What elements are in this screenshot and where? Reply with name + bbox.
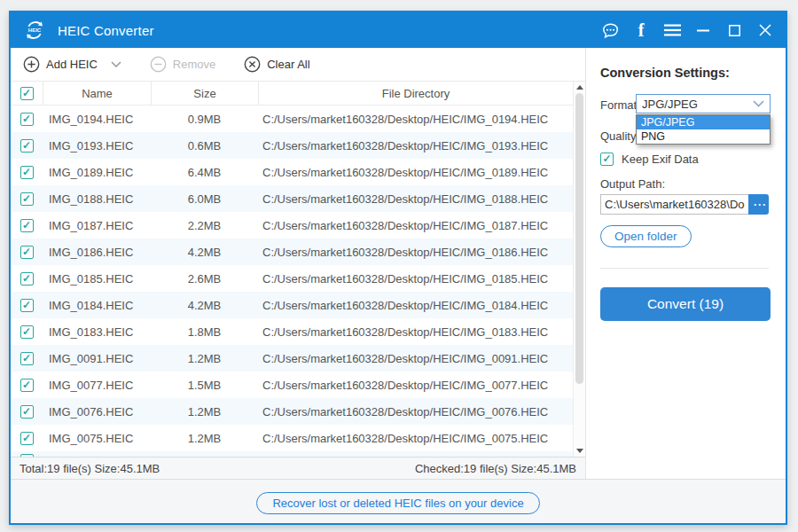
select-chevron-icon (753, 100, 764, 107)
column-header-name[interactable]: Name (43, 82, 151, 105)
file-name: IMG_0076.HEIC (43, 405, 151, 419)
file-size: 1.2MB (151, 405, 258, 419)
file-path: C:/Users/market160328/Desktop/HEIC/IMG_0… (258, 432, 585, 445)
file-path: C:/Users/market160328/Desktop/HEIC/IMG_0… (258, 139, 585, 153)
table-row[interactable]: ✓ IMG_0184.HEIC 4.2MB C:/Users/market160… (11, 292, 585, 318)
remove-label: Remove (173, 58, 215, 71)
convert-button[interactable]: Convert (19) (600, 287, 771, 321)
main-area: Add HEIC Remove (11, 48, 786, 479)
row-checkbox[interactable]: ✓ (20, 139, 34, 153)
file-path: C:/Users/market160328/Desktop/HEIC/IMG_0… (258, 272, 585, 286)
file-path: C:/Users/market160328/Desktop/HEIC/IMG_0… (258, 113, 585, 126)
add-heic-button[interactable]: Add HEIC (23, 56, 121, 73)
window-title: HEIC Converter (58, 23, 154, 38)
file-size: 1.2MB (151, 352, 258, 365)
file-path: C:/Users/market160328/Desktop/HEIC/IMG_0… (258, 299, 585, 312)
open-folder-button[interactable]: Open folder (600, 225, 692, 247)
row-checkbox[interactable]: ✓ (20, 219, 34, 232)
file-name: IMG_0077.HEIC (43, 379, 151, 392)
add-icon (23, 56, 40, 73)
table-row[interactable]: ✓ IMG_0183.HEIC 1.8MB C:/Users/market160… (11, 318, 585, 345)
table-row-partial (11, 451, 585, 457)
row-checkbox[interactable]: ✓ (20, 299, 34, 312)
table-row[interactable]: ✓ IMG_0186.HEIC 4.2MB C:/Users/market160… (11, 239, 585, 265)
feedback-icon[interactable] (600, 20, 620, 40)
file-list-section: Add HEIC Remove (11, 48, 585, 479)
conversion-settings-panel: Conversion Settings: Format: JPG/JPEG JP… (585, 48, 786, 479)
file-size: 4.2MB (151, 299, 258, 312)
column-header-size[interactable]: Size (151, 82, 258, 105)
row-checkbox[interactable]: ✓ (20, 405, 34, 419)
remove-button[interactable]: Remove (150, 56, 215, 73)
row-checkbox[interactable]: ✓ (20, 246, 34, 259)
vertical-scrollbar[interactable] (573, 82, 585, 457)
keep-exif-label: Keep Exif Data (622, 153, 699, 166)
table-body: ✓ IMG_0194.HEIC 0.9MB C:/Users/market160… (11, 106, 585, 451)
add-heic-label: Add HEIC (46, 58, 98, 71)
column-header-directory[interactable]: File Directory (258, 82, 585, 105)
titlebar-actions: f (600, 20, 775, 40)
app-window: HEIC HEIC Converter f (9, 11, 787, 525)
file-path: C:/Users/market160328/Desktop/HEIC/IMG_0… (258, 325, 585, 339)
row-checkbox[interactable]: ✓ (20, 113, 34, 126)
file-path: C:/Users/market160328/Desktop/HEIC/IMG_0… (258, 166, 585, 179)
table-row[interactable]: ✓ IMG_0189.HEIC 6.4MB C:/Users/market160… (11, 159, 585, 185)
app-logo-icon: HEIC (21, 17, 48, 43)
table-row[interactable]: ✓ IMG_0077.HEIC 1.5MB C:/Users/market160… (11, 372, 585, 398)
file-size: 1.2MB (151, 432, 258, 445)
settings-heading: Conversion Settings: (600, 66, 730, 80)
file-name: IMG_0183.HEIC (43, 325, 151, 339)
table-row[interactable]: ✓ IMG_0185.HEIC 2.6MB C:/Users/market160… (11, 265, 585, 292)
close-icon[interactable] (755, 20, 775, 40)
row-checkbox[interactable]: ✓ (20, 352, 34, 365)
row-checkbox[interactable]: ✓ (20, 379, 34, 392)
recover-heic-button[interactable]: Recover lost or deleted HEIC files on yo… (256, 492, 539, 514)
status-bar: Total:19 file(s) Size:45.1MB Checked:19 … (11, 457, 585, 479)
maximize-icon[interactable] (724, 20, 744, 40)
scrollbar-thumb[interactable] (575, 93, 583, 384)
file-path: C:/Users/market160328/Desktop/HEIC/IMG_0… (258, 246, 585, 259)
table-row[interactable]: ✓ IMG_0076.HEIC 1.2MB C:/Users/market160… (11, 398, 585, 425)
table-row[interactable]: ✓ IMG_0193.HEIC 0.6MB C:/Users/market160… (11, 132, 585, 159)
file-name: IMG_0187.HEIC (43, 219, 151, 232)
clear-all-label: Clear All (267, 58, 309, 71)
clear-all-button[interactable]: Clear All (244, 56, 309, 73)
chevron-down-icon[interactable] (111, 61, 121, 67)
format-select[interactable]: JPG/JPEG (636, 94, 771, 113)
file-path: C:/Users/market160328/Desktop/HEIC/IMG_0… (258, 352, 585, 365)
browse-button[interactable]: ··· (748, 194, 769, 215)
file-size: 6.0MB (151, 192, 258, 206)
table-row[interactable]: ✓ IMG_0075.HEIC 1.2MB C:/Users/market160… (11, 425, 585, 451)
table-row[interactable]: ✓ IMG_0091.HEIC 1.2MB C:/Users/market160… (11, 345, 585, 372)
minimize-icon[interactable] (693, 20, 713, 40)
file-size: 0.6MB (151, 139, 258, 153)
facebook-icon[interactable]: f (631, 20, 651, 40)
row-checkbox[interactable]: ✓ (20, 166, 34, 179)
table-header: ✓ Name Size File Directory (11, 82, 585, 106)
row-checkbox[interactable]: ✓ (20, 432, 34, 445)
row-checkbox[interactable]: ✓ (20, 272, 34, 286)
table-row[interactable]: ✓ IMG_0187.HEIC 2.2MB C:/Users/market160… (11, 212, 585, 239)
row-checkbox[interactable] (20, 454, 34, 457)
menu-icon[interactable] (662, 20, 682, 40)
keep-exif-checkbox[interactable]: ✓ (600, 153, 614, 166)
scroll-up-arrow-icon[interactable] (576, 85, 583, 90)
panel-divider (600, 268, 769, 269)
row-checkbox[interactable]: ✓ (20, 192, 34, 206)
row-checkbox[interactable]: ✓ (20, 325, 34, 339)
select-all-checkbox[interactable]: ✓ (20, 87, 34, 100)
file-size: 4.2MB (151, 246, 258, 259)
table-row[interactable]: ✓ IMG_0188.HEIC 6.0MB C:/Users/market160… (11, 185, 585, 212)
format-option-png[interactable]: PNG (637, 129, 770, 144)
table-row[interactable]: ✓ IMG_0194.HEIC 0.9MB C:/Users/market160… (11, 106, 585, 132)
file-size: 1.8MB (151, 325, 258, 339)
file-name: IMG_0075.HEIC (43, 432, 151, 445)
format-option-jpg[interactable]: JPG/JPEG (637, 115, 770, 129)
clear-all-icon (244, 56, 261, 73)
status-checked: Checked:19 file(s) Size:45.1MB (415, 462, 576, 475)
scroll-down-arrow-icon[interactable] (576, 449, 583, 453)
file-size: 6.4MB (151, 166, 258, 179)
format-value: JPG/JPEG (642, 98, 698, 111)
output-path-input[interactable] (600, 194, 748, 215)
file-name: IMG_0188.HEIC (43, 192, 151, 206)
